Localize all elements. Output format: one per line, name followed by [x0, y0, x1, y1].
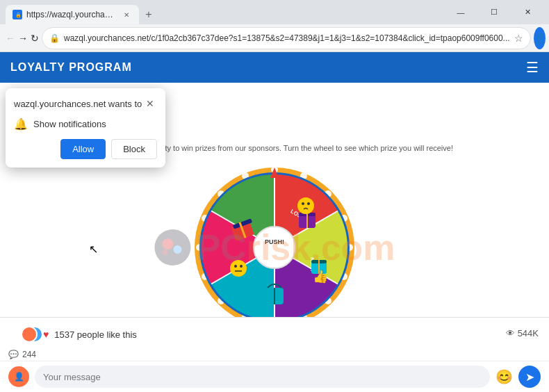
tab-favicon: 🔒	[13, 10, 22, 19]
active-tab[interactable]: 🔒 https://wazql.yourchances.net/c/... ✕	[6, 5, 139, 24]
notification-popup: wazql.yourchances.net wants to ✕ 🔔 Show …	[6, 88, 165, 168]
tab-bar: 🔒 https://wazql.yourchances.net/c/... ✕ …	[6, 0, 441, 24]
popup-notification-text: Show notifications	[33, 119, 106, 129]
minimize-button[interactable]: —	[445, 1, 477, 24]
comments-row: 💬 244	[0, 348, 549, 361]
site-header-title: LOYALTY PROGRAM	[10, 61, 132, 74]
bottom-bar: ♥ 1537 people like this 👁 544K 💬 244 👤 😊…	[0, 317, 549, 392]
svg-point-45	[234, 265, 237, 268]
browser-frame: 🔒 https://wazql.yourchances.net/c/... ✕ …	[0, 0, 549, 392]
allow-button[interactable]: Allow	[60, 139, 106, 159]
maximize-button[interactable]: ☐	[478, 1, 510, 24]
user-avatar: 👤	[8, 366, 29, 387]
comments-icon: 💬	[8, 350, 19, 359]
heart-icon: ♥	[43, 329, 49, 340]
bell-icon: 🔔	[14, 117, 28, 131]
svg-text:🔒: 🔒	[15, 12, 21, 18]
views-count-row: 👁 544K	[506, 328, 539, 338]
site-header-menu-icon[interactable]: ☰	[526, 59, 539, 76]
title-bar: 🔒 https://wazql.yourchances.net/c/... ✕ …	[0, 0, 549, 24]
svg-text:PUSH!: PUSH!	[265, 238, 284, 245]
tab-title: https://wazql.yourchances.net/c/...	[26, 10, 117, 19]
nav-bar: ← → ↻ 🔒 wazql.yourchances.net/c/1f0a2cb3…	[0, 24, 549, 52]
reload-button[interactable]: ↻	[31, 27, 39, 49]
message-bar: 👤 😊 ➤	[0, 361, 549, 392]
likes-row: ♥ 1537 people like this	[10, 320, 147, 345]
wheel-container: PUSH! LOSE NEXT	[14, 164, 535, 317]
window-controls: — ☐ ✕	[445, 1, 543, 24]
block-button[interactable]: Block	[111, 139, 157, 159]
profile-button[interactable]: 👤	[534, 27, 546, 49]
site-header: LOYALTY PROGRAM ☰	[0, 52, 549, 83]
webpage: LOYALTY PROGRAM ☰ Thursday, 28 January 2…	[0, 52, 549, 392]
popup-notification-row: 🔔 Show notifications	[14, 117, 157, 131]
send-button[interactable]: ➤	[518, 366, 541, 388]
eye-icon: 👁	[506, 328, 515, 338]
svg-point-26	[254, 227, 295, 268]
svg-point-43	[307, 202, 310, 205]
address-text: wazql.yourchances.net/c/1f0a2cb367c37dee…	[64, 33, 510, 43]
forward-button[interactable]: →	[18, 27, 28, 49]
popup-buttons: Allow Block	[14, 139, 157, 159]
avatar-group	[21, 326, 38, 343]
likes-count: 1537 people like this	[54, 329, 137, 340]
thumbs-icon: 👍	[313, 269, 329, 284]
views-count: 544K	[518, 328, 539, 338]
svg-point-46	[240, 265, 243, 268]
emoji-button[interactable]: 😊	[495, 368, 513, 385]
svg-point-41	[297, 197, 314, 214]
avatar-1	[21, 326, 38, 343]
likes-and-views-row: ♥ 1537 people like this 👁 544K	[0, 318, 549, 348]
svg-point-42	[302, 202, 304, 205]
close-button[interactable]: ✕	[511, 1, 543, 24]
site-content: Thursday, 28 January 2021 Congratulation…	[0, 83, 549, 317]
lock-icon: 🔒	[49, 33, 60, 43]
prize-wheel[interactable]: PUSH! LOSE NEXT	[191, 164, 358, 317]
popup-title: wazql.yourchances.net wants to	[14, 99, 142, 109]
comments-count: 244	[22, 350, 36, 359]
popup-close-button[interactable]: ✕	[143, 97, 157, 111]
popup-header: wazql.yourchances.net wants to ✕	[14, 97, 157, 111]
bookmark-icon[interactable]: ☆	[514, 33, 523, 44]
address-bar[interactable]: 🔒 wazql.yourchances.net/c/1f0a2cb367c37d…	[42, 27, 531, 49]
tab-close-button[interactable]: ✕	[121, 9, 132, 20]
back-button[interactable]: ←	[6, 27, 15, 49]
message-input[interactable]	[35, 366, 490, 388]
new-tab-button[interactable]: +	[139, 5, 158, 24]
svg-point-44	[230, 260, 247, 277]
